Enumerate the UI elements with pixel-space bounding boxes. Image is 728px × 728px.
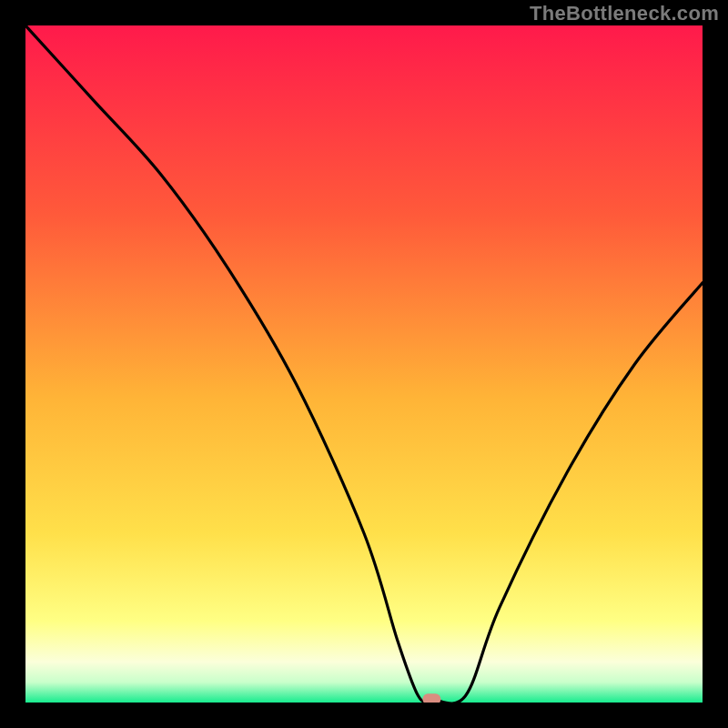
gradient-background — [25, 25, 703, 703]
chart-frame: TheBottleneck.com — [0, 0, 728, 728]
chart-svg — [25, 25, 703, 703]
plot-area — [25, 25, 703, 703]
optimal-marker — [422, 693, 440, 703]
watermark-text: TheBottleneck.com — [530, 2, 719, 25]
